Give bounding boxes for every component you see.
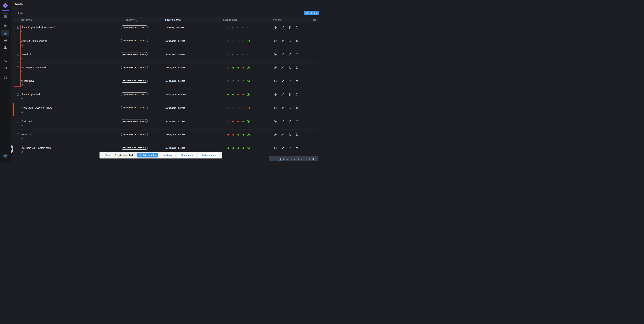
row-checkbox[interactable]: ✓ (17, 40, 19, 42)
page-button-3[interactable]: 3 (286, 156, 289, 161)
run-test-button[interactable] (274, 93, 277, 96)
more-options-button[interactable] (304, 53, 308, 56)
tag-test-button[interactable] (296, 26, 298, 29)
row-checkbox[interactable]: ✓ (17, 26, 19, 29)
tag-test-button[interactable] (296, 53, 298, 56)
page-button-6[interactable]: 6 (296, 156, 300, 161)
test-name[interactable]: AIC: Deposit - Save task (21, 66, 46, 69)
tag-test-button[interactable] (296, 147, 298, 150)
select-all-checkbox[interactable] (17, 18, 19, 21)
clone-tests-button[interactable]: Clone tests (177, 153, 196, 158)
more-options-button[interactable] (304, 26, 308, 29)
test-name[interactable]: Nested IF (21, 133, 31, 136)
tag-test-button[interactable] (296, 66, 298, 69)
add-to-suite-row-button[interactable] (288, 80, 291, 83)
tag-test-button[interactable] (296, 106, 298, 109)
test-name[interactable]: IF w/o tasks - Assertion failure (21, 106, 52, 109)
filter-button[interactable]: Filter (14, 12, 23, 14)
add-to-suite-row-button[interactable] (288, 106, 291, 109)
sidebar-item-recordings[interactable] (4, 66, 7, 70)
sidebar-item-home[interactable] (4, 23, 7, 27)
add-tag-button[interactable]: Add tag (160, 153, 175, 158)
row-checkbox[interactable] (17, 120, 19, 123)
tag-test-button[interactable] (296, 80, 298, 83)
edit-test-button[interactable] (281, 80, 284, 83)
page-button-7[interactable]: 7 (300, 156, 304, 161)
clear-selection-button[interactable]: Clear (104, 154, 110, 157)
add-to-suite-row-button[interactable] (288, 120, 291, 123)
workspace-switcher[interactable]: D (2, 13, 9, 20)
page-button-4[interactable]: 4 (289, 156, 293, 161)
sidebar-item-test-tubes[interactable] (4, 45, 7, 49)
tag-test-button[interactable] (296, 133, 298, 136)
page-button-1[interactable]: 1 (278, 156, 282, 161)
run-test-button[interactable] (274, 53, 277, 56)
add-to-suite-row-button[interactable] (288, 53, 291, 56)
test-name[interactable]: AI Task Save (21, 80, 34, 82)
edit-test-button[interactable] (281, 66, 284, 69)
page-ellipsis[interactable]: … (304, 156, 308, 161)
run-test-button[interactable] (274, 39, 277, 42)
more-options-button[interactable] (304, 133, 308, 136)
column-header-creator[interactable]: CREATOR▲▼ (126, 19, 137, 22)
more-options-button[interactable] (304, 106, 308, 109)
page-button-5[interactable]: 5 (293, 156, 296, 161)
add-to-suite-row-button[interactable] (288, 133, 291, 136)
edit-test-button[interactable] (281, 39, 284, 42)
add-to-suite-button[interactable]: Add to suite (137, 153, 158, 158)
edit-test-button[interactable] (281, 133, 284, 136)
test-name[interactable]: User Sign In and Deposit (21, 39, 47, 42)
tag-test-button[interactable] (296, 39, 298, 42)
run-test-button[interactable] (274, 26, 277, 29)
row-checkbox[interactable]: ✓ (17, 80, 19, 82)
run-test-button[interactable] (274, 106, 277, 109)
sidebar-item-flows[interactable] (4, 59, 7, 63)
run-test-button[interactable] (274, 66, 277, 69)
test-name[interactable]: IF and Copilot task @ version v2 (21, 26, 55, 29)
row-checkbox[interactable]: ✓ (17, 53, 19, 55)
run-test-button[interactable] (274, 80, 277, 83)
edit-test-button[interactable] (281, 147, 284, 150)
add-to-suite-row-button[interactable] (288, 66, 291, 69)
test-name[interactable]: user login text - custom script (21, 147, 51, 149)
row-checkbox[interactable] (17, 147, 19, 149)
sidebar-item-results-table[interactable] (4, 38, 7, 42)
more-options-button[interactable] (304, 39, 308, 42)
test-name[interactable]: Login test (21, 53, 31, 55)
more-options-button[interactable] (304, 120, 308, 123)
page-button-2[interactable]: 2 (282, 156, 286, 161)
row-checkbox[interactable] (17, 107, 19, 109)
create-test-button[interactable]: Create test (304, 11, 319, 15)
previous-page-button[interactable]: ‹ (276, 156, 279, 161)
add-to-suite-row-button[interactable] (288, 26, 291, 29)
sidebar-item-checklist[interactable] (4, 52, 7, 56)
row-checkbox[interactable]: ✓ (17, 66, 19, 69)
app-logo-icon[interactable]: AI (3, 3, 8, 8)
add-to-suite-row-button[interactable] (288, 147, 291, 150)
sidebar-item-tests[interactable] (1, 30, 10, 36)
row-checkbox[interactable] (17, 134, 19, 136)
edit-test-button[interactable] (281, 26, 284, 29)
test-name[interactable]: IF w/o tasks (21, 120, 34, 123)
tag-test-button[interactable] (296, 120, 298, 123)
last-page-button[interactable]: ›| (311, 156, 315, 161)
archive-tests-button[interactable]: Archive tests (198, 153, 219, 158)
column-header-test-name[interactable]: TEST NAME▲▼ (21, 19, 34, 22)
more-options-button[interactable] (304, 80, 308, 83)
column-header-creation-date[interactable]: CREATION DATE▼ (165, 19, 183, 21)
edit-test-button[interactable] (281, 93, 284, 96)
add-to-suite-row-button[interactable] (288, 39, 291, 42)
column-settings-icon[interactable] (313, 18, 316, 21)
row-checkbox[interactable] (17, 93, 19, 96)
more-options-button[interactable] (304, 147, 308, 150)
more-options-button[interactable] (304, 66, 308, 69)
add-to-suite-row-button[interactable] (288, 93, 291, 96)
edit-test-button[interactable] (281, 120, 284, 123)
run-test-button[interactable] (274, 133, 277, 136)
tag-test-button[interactable] (296, 93, 298, 96)
next-page-button[interactable]: › (308, 156, 311, 161)
first-page-button[interactable]: |‹ (272, 156, 276, 161)
edit-test-button[interactable] (281, 106, 284, 109)
more-options-button[interactable] (304, 93, 308, 96)
run-test-button[interactable] (274, 120, 277, 123)
